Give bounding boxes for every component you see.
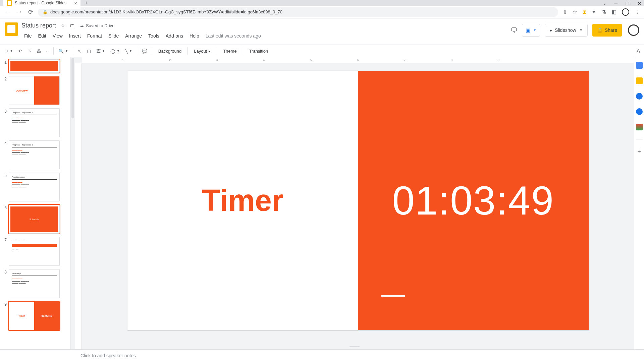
menu-slide[interactable]: Slide	[106, 32, 121, 40]
slide-number: 2	[3, 76, 7, 81]
menu-bar: File Edit View Insert Format Slide Arran…	[21, 32, 507, 40]
extension-hourglass-icon[interactable]: ⧗	[583, 9, 586, 15]
notes-placeholder: Click to add speaker notes	[80, 353, 136, 358]
slide-number: 1	[3, 59, 7, 65]
slide-thumbnail[interactable]: 8Next steps▬▬▬ ▬▬▬▬▬▬▬▬ ▬▬▬▬▬▬▬▬▬ ▬▬▬▬	[3, 269, 70, 298]
menu-tools[interactable]: Tools	[146, 32, 162, 40]
slide-thumbnail[interactable]: 6Schedule	[3, 205, 70, 234]
slide-canvas[interactable]: Timer 01:03:49	[127, 71, 589, 330]
tab-title: Status report - Google Slides	[15, 1, 66, 5]
shape-tool[interactable]: ◯▼	[108, 47, 122, 55]
layout-button[interactable]: Layout▼	[191, 47, 214, 55]
paint-format-button[interactable]: ⌐	[44, 47, 51, 55]
redo-button[interactable]: ↷	[25, 47, 33, 55]
slide-thumbnail[interactable]: 5Attention areas▬▬▬ ▬▬▬▬▬▬▬▬ ▬▬▬▬▬▬▬▬▬ ▬…	[3, 173, 70, 201]
back-icon[interactable]: ←	[4, 8, 10, 16]
profile-avatar-icon[interactable]	[622, 8, 629, 16]
forward-icon[interactable]: →	[16, 8, 22, 16]
speaker-notes[interactable]: Click to add speaker notes	[0, 349, 644, 362]
address-bar[interactable]: 🔒 docs.google.com/presentation/d/1D3IKt-…	[38, 7, 558, 17]
new-tab-button[interactable]: +	[85, 0, 88, 6]
share-url-icon[interactable]: ⇧	[563, 9, 567, 15]
browser-chrome: Status report - Google Slides × + ⌄ ─ ❐ …	[0, 0, 644, 18]
slideshow-button[interactable]: ▸ Slideshow ▼	[545, 24, 588, 37]
star-icon[interactable]: ☆	[61, 22, 65, 28]
theme-button[interactable]: Theme	[220, 47, 240, 55]
line-tool[interactable]: ╲▼	[123, 47, 134, 55]
slide-title[interactable]: Timer	[202, 183, 283, 218]
background-button[interactable]: Background	[155, 47, 185, 55]
keep-icon[interactable]	[636, 77, 643, 84]
filmstrip[interactable]: 12Overview3Progress – Topic area 1▬▬▬ ▬▬…	[0, 57, 70, 349]
slide-thumbnail[interactable]: 2Overview	[3, 76, 70, 105]
print-button[interactable]: 🖶	[35, 47, 43, 55]
tasks-icon[interactable]	[636, 93, 643, 100]
ruler-horizontal: 123456789	[82, 57, 634, 63]
slides-logo-icon[interactable]	[5, 22, 18, 36]
present-dropdown-button[interactable]: ▣▼	[522, 24, 540, 37]
slide-thumbnail[interactable]: 1	[3, 59, 70, 73]
close-tab-icon[interactable]: ×	[74, 0, 77, 6]
reload-icon[interactable]: ⟳	[28, 8, 33, 16]
slide-number: 8	[3, 269, 7, 275]
share-button[interactable]: 🔒 Share	[592, 24, 622, 37]
image-tool[interactable]: 🖼▼	[94, 47, 107, 55]
slide-thumbnail[interactable]: 9Timer01:03:49	[3, 301, 70, 330]
timer-value[interactable]: 01:03:49	[392, 177, 554, 224]
browser-menu-icon[interactable]: ⋮	[635, 9, 640, 15]
slide-thumbnail[interactable]: 3Progress – Topic area 1▬▬▬ ▬▬▬▬▬▬▬▬ ▬▬▬…	[3, 108, 70, 137]
menu-view[interactable]: View	[50, 32, 65, 40]
new-slide-button[interactable]: +▼	[4, 47, 15, 55]
select-tool[interactable]: ↖	[76, 47, 84, 55]
menu-help[interactable]: Help	[187, 32, 202, 40]
collapse-toolbar-icon[interactable]: ᐱ	[637, 48, 640, 54]
menu-addons[interactable]: Add-ons	[163, 32, 186, 40]
menu-edit[interactable]: Edit	[36, 32, 49, 40]
maximize-icon[interactable]: ❐	[626, 1, 630, 6]
slides-favicon-icon	[7, 0, 12, 6]
menu-insert[interactable]: Insert	[66, 32, 84, 40]
extension-lab-icon[interactable]: ⚗	[601, 9, 606, 15]
slide-timer-region[interactable]: 01:03:49	[358, 71, 589, 330]
slide-number: 7	[3, 237, 7, 242]
menu-format[interactable]: Format	[85, 32, 105, 40]
chevron-down-icon: ▼	[580, 28, 583, 32]
menu-file[interactable]: File	[21, 32, 35, 40]
transition-button[interactable]: Transition	[246, 47, 272, 55]
cloud-icon: ☁	[79, 23, 84, 28]
add-panel-icon[interactable]: +	[637, 148, 641, 155]
move-icon[interactable]: 🗀	[70, 22, 75, 28]
undo-button[interactable]: ↶	[16, 47, 24, 55]
window-controls: ⌄ ─ ❐ ✕	[603, 1, 641, 6]
main-area: 12Overview3Progress – Topic area 1▬▬▬ ▬▬…	[0, 57, 644, 349]
slide-number: 5	[3, 173, 7, 178]
notes-resize-handle[interactable]	[350, 346, 360, 347]
save-status[interactable]: ☁ Saved to Drive	[79, 22, 114, 28]
slide-text-region[interactable]: Timer	[127, 71, 358, 330]
document-title[interactable]: Status report	[21, 22, 56, 29]
chevron-down-icon[interactable]: ⌄	[603, 1, 606, 6]
menu-arrange[interactable]: Arrange	[122, 32, 145, 40]
calendar-icon[interactable]	[636, 62, 643, 69]
browser-tab[interactable]: Status report - Google Slides ×	[3, 0, 80, 9]
last-edit-link[interactable]: Last edit was seconds ago	[203, 32, 264, 40]
slide-number: 9	[3, 301, 7, 307]
comments-button[interactable]: 🗨	[511, 26, 517, 34]
close-window-icon[interactable]: ✕	[638, 1, 641, 6]
minimize-icon[interactable]: ─	[614, 1, 618, 6]
comment-tool[interactable]: 💬	[140, 47, 149, 55]
bookmark-icon[interactable]: ☆	[573, 9, 577, 15]
maps-icon[interactable]	[636, 124, 643, 130]
side-panel-icon[interactable]: ◧	[611, 9, 616, 15]
app-header: Status report ☆ 🗀 ☁ Saved to Drive File …	[0, 18, 644, 45]
textbox-tool[interactable]: ▢	[85, 47, 93, 55]
slide-thumbnail[interactable]: 4Progress – Topic area 2▬▬▬ ▬▬▬▬▬▬▬▬ ▬▬▬…	[3, 140, 70, 169]
filmstrip-scrollbar[interactable]	[70, 57, 75, 349]
account-avatar[interactable]	[628, 24, 639, 36]
zoom-button[interactable]: 🔍▼	[56, 47, 70, 55]
play-icon: ▸	[550, 27, 552, 33]
lock-icon: 🔒	[43, 10, 48, 14]
extensions-icon[interactable]: ✦	[592, 9, 596, 15]
contacts-icon[interactable]	[636, 108, 643, 115]
slide-thumbnail[interactable]: 7▬▬▬▬▬▬▬▬▬▬▬▬	[3, 237, 70, 266]
